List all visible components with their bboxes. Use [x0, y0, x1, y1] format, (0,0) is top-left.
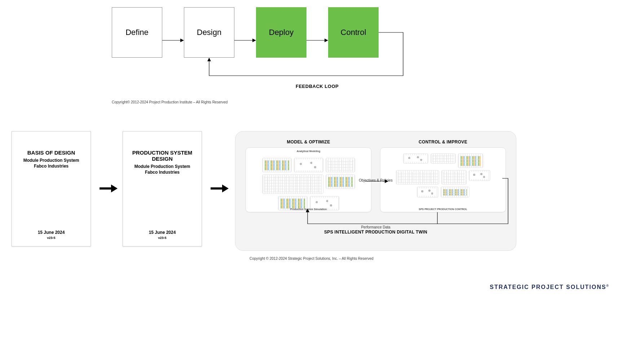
- top-copyright: Copyright© 2012-2024 Project Production …: [112, 100, 228, 104]
- doc-date: 15 June 2024: [149, 230, 176, 235]
- arrow-bod-to-psd: [100, 184, 118, 193]
- flow-step-label: Design: [197, 28, 221, 37]
- bottom-copyright: Copyright © 2012-2024 Strategic Project …: [250, 257, 374, 261]
- mini-caption: SPS PROJECT PRODUCTION CONTROL: [419, 208, 467, 210]
- flow-step-label: Deploy: [269, 28, 294, 37]
- thumbnail-table: [326, 158, 355, 172]
- feedback-loop-label: FEEDBACK LOOP: [296, 84, 339, 89]
- arrow-psd-to-twin: [211, 184, 229, 193]
- mini-caption: Production System Simulation: [290, 208, 327, 210]
- doc-version: v23-5: [47, 236, 55, 240]
- brand-footer: STRATEGIC PROJECT SOLUTIONS®: [490, 284, 609, 290]
- thumbnail-mobile: [441, 187, 469, 197]
- doc-company: Fabco Industries: [34, 164, 69, 169]
- twin-col-title: MODEL & OPTIMIZE: [287, 139, 330, 144]
- doc-subtitle: Module Production System: [134, 164, 190, 169]
- registered-mark: ®: [606, 284, 609, 288]
- document-production-system-design: PRODUCTION SYSTEM DESIGN Module Producti…: [123, 131, 202, 246]
- doc-date: 15 June 2024: [38, 230, 65, 235]
- doc-title: PRODUCTION SYSTEM DESIGN: [129, 150, 196, 162]
- thumbnail-gantt: [262, 174, 323, 194]
- twin-footer-title: SPS INTELLIGENT PRODUCTION DIGITAL TWIN: [246, 230, 506, 235]
- thumbnail-supply: [469, 170, 490, 181]
- svg-marker-6: [207, 58, 211, 61]
- twin-col-control-improve: CONTROL & IMPROVE SPS PROJECT PRODUCTION…: [380, 139, 506, 212]
- flow-step-define: Define: [112, 7, 162, 58]
- digital-twin-panel: MODEL & OPTIMIZE Analytical Modeling Pro…: [235, 131, 516, 251]
- performance-data-label: Performance Data: [361, 225, 390, 229]
- flow-step-label: Control: [341, 28, 366, 37]
- svg-marker-1: [180, 39, 184, 42]
- svg-marker-5: [325, 39, 328, 42]
- doc-company: Fabco Industries: [145, 170, 180, 175]
- flow-step-design: Design: [184, 7, 234, 58]
- thumbnail-bar-chart: [262, 158, 292, 172]
- doc-subtitle: Module Production System: [23, 158, 79, 163]
- objectives-label: Objectives & Policies: [359, 178, 392, 182]
- twin-col-model-optimize: MODEL & OPTIMIZE Analytical Modeling Pro…: [246, 139, 371, 212]
- document-basis-of-design: BASIS OF DESIGN Module Production System…: [12, 131, 91, 246]
- mini-caption: Analytical Modeling: [297, 150, 321, 152]
- svg-marker-8: [111, 184, 118, 192]
- svg-marker-10: [222, 184, 229, 192]
- thumbnail-screen2: [441, 170, 467, 184]
- process-flow: Define Design Deploy Control: [112, 7, 393, 58]
- twin-card-model: Analytical Modeling Production System Si…: [246, 147, 371, 212]
- thumbnail-line-plot: [294, 158, 323, 172]
- thumbnail-analytics: [431, 154, 456, 164]
- thumbnail-line-chart: [326, 174, 355, 189]
- thumbnail-iot: [417, 187, 438, 197]
- thumbnail-screen: [396, 170, 439, 184]
- thumbnail-visualization: [403, 154, 428, 164]
- flow-step-control: Control: [328, 7, 379, 58]
- doc-version: v23-5: [158, 236, 166, 240]
- svg-marker-3: [252, 39, 256, 42]
- flow-step-label: Define: [125, 28, 149, 37]
- brand-name: STRATEGIC PROJECT SOLUTIONS: [490, 284, 606, 290]
- thumbnail-std-work: [458, 154, 483, 168]
- twin-col-title: CONTROL & IMPROVE: [419, 139, 467, 144]
- doc-title: BASIS OF DESIGN: [27, 150, 75, 156]
- twin-card-control: SPS PROJECT PRODUCTION CONTROL: [380, 147, 506, 212]
- flow-step-deploy: Deploy: [256, 7, 306, 58]
